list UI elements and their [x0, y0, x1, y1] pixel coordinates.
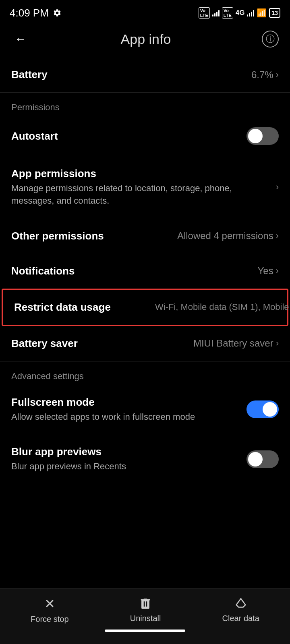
app-permissions-chevron: ›: [276, 182, 279, 192]
blur-app-previews-item[interactable]: Blur app previews Blur app previews in R…: [0, 434, 290, 484]
blur-app-previews-label: Blur app previews: [11, 446, 246, 458]
status-icons: VoLTE VoLTE 4G 📶 13: [199, 7, 280, 19]
notifications-label: Notifications: [11, 265, 251, 277]
signal1-icon: [212, 9, 220, 17]
fullscreen-mode-knob: [263, 402, 277, 417]
battery-chevron: ›: [276, 70, 279, 80]
blur-app-previews-toggle[interactable]: [246, 450, 279, 468]
volte2-icon: VoLTE: [222, 7, 233, 19]
restrict-data-label: Restrict data usage: [14, 301, 149, 314]
fullscreen-mode-toggle[interactable]: [246, 400, 279, 418]
battery-saver-value: MIUI Battery saver: [193, 338, 273, 349]
advanced-section-label: Advanced settings: [0, 361, 290, 385]
battery-value: 6.7%: [251, 69, 273, 80]
notifications-chevron: ›: [276, 266, 279, 276]
battery-saver-chevron: ›: [276, 338, 279, 349]
status-bar: 4:09 PM VoLTE VoLTE 4G 📶 13: [0, 0, 290, 23]
autostart-toggle[interactable]: [246, 127, 279, 145]
app-permissions-item[interactable]: App permissions Manage permissions relat…: [0, 156, 290, 219]
battery-saver-item[interactable]: Battery saver MIUI Battery saver ›: [0, 326, 290, 361]
fullscreen-mode-item[interactable]: Fullscreen mode Allow selected apps to w…: [0, 385, 290, 435]
other-permissions-item[interactable]: Other permissions Allowed 4 permissions …: [0, 219, 290, 254]
autostart-knob: [248, 129, 263, 143]
back-button[interactable]: ←: [11, 31, 30, 47]
battery-label: Battery: [11, 68, 245, 81]
blur-app-previews-knob: [248, 452, 263, 466]
autostart-label: Autostart: [11, 130, 246, 142]
clear-data-icon: [234, 597, 248, 611]
clear-data-label: Clear data: [222, 614, 259, 623]
battery-indicator: 13: [269, 8, 280, 18]
main-content: Battery 6.7% › Permissions Autostart App…: [0, 57, 290, 549]
home-indicator: [105, 630, 185, 632]
4g-icon: 4G: [236, 9, 245, 17]
bottom-actions: ✕ Force stop Uninstall Clear data: [0, 596, 290, 624]
uninstall-icon: [139, 597, 152, 611]
app-permissions-label: App permissions: [11, 167, 276, 180]
notifications-value: Yes: [258, 265, 273, 277]
blur-app-previews-subtitle: Blur app previews in Recents: [11, 460, 246, 473]
uninstall-action[interactable]: Uninstall: [130, 597, 161, 623]
other-permissions-chevron: ›: [276, 231, 279, 241]
clear-data-action[interactable]: Clear data: [222, 597, 259, 623]
battery-saver-label: Battery saver: [11, 337, 187, 350]
force-stop-action[interactable]: ✕ Force stop: [31, 596, 68, 624]
header: ← App info ⓘ: [0, 23, 290, 57]
page-title: App info: [121, 31, 171, 47]
other-permissions-value: Allowed 4 permissions: [177, 230, 273, 242]
restrict-data-usage-item[interactable]: Restrict data usage Wi-Fi, Mobile data (…: [2, 289, 288, 326]
force-stop-icon: ✕: [44, 596, 55, 611]
force-stop-label: Force stop: [31, 615, 68, 624]
bottom-bar: ✕ Force stop Uninstall Clear data: [0, 588, 290, 644]
other-permissions-label: Other permissions: [11, 230, 171, 242]
permissions-section-label: Permissions: [0, 93, 290, 116]
info-button[interactable]: ⓘ: [262, 31, 279, 47]
status-time-area: 4:09 PM: [10, 7, 62, 19]
restrict-data-value: Wi-Fi, Mobile data (SIM 1), Mobile data …: [155, 302, 290, 312]
fullscreen-mode-subtitle: Allow selected apps to work in fullscree…: [11, 411, 246, 423]
wifi-icon: 📶: [257, 8, 267, 18]
fullscreen-mode-label: Fullscreen mode: [11, 396, 246, 409]
app-permissions-subtitle: Manage permissions related to location, …: [11, 182, 276, 207]
info-icon: ⓘ: [266, 33, 275, 45]
gear-icon: [53, 8, 62, 17]
volte1-icon: VoLTE: [199, 7, 210, 19]
signal2-icon: [247, 9, 254, 17]
battery-item[interactable]: Battery 6.7% ›: [0, 57, 290, 92]
autostart-item[interactable]: Autostart: [0, 116, 290, 156]
uninstall-label: Uninstall: [130, 614, 161, 623]
clock: 4:09 PM: [10, 7, 49, 19]
notifications-item[interactable]: Notifications Yes ›: [0, 254, 290, 289]
